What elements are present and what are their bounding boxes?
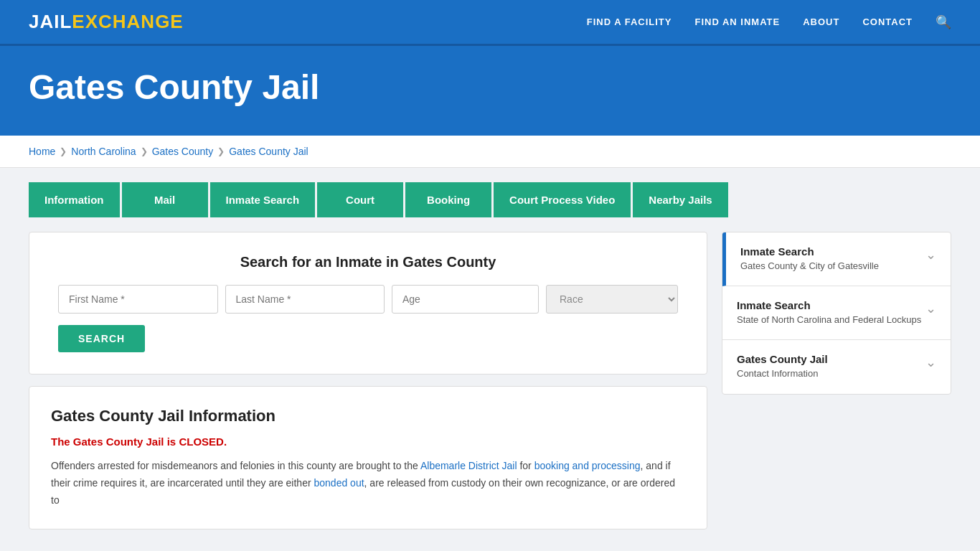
tab-court[interactable]: Court	[317, 182, 403, 217]
closed-notice: The Gates County Jail is CLOSED.	[51, 435, 685, 448]
sidebar-item-texts-1: Inmate Search Gates County & City of Gat…	[740, 245, 879, 273]
search-button[interactable]: SEARCH	[58, 325, 145, 352]
tab-court-process-video[interactable]: Court Process Video	[494, 182, 631, 217]
albemarle-link[interactable]: Albemarle District Jail	[420, 460, 517, 471]
right-sidebar: Inmate Search Gates County & City of Gat…	[722, 232, 951, 529]
sidebar-item-inmate-search-state[interactable]: Inmate Search State of North Carolina an…	[722, 286, 951, 340]
age-input[interactable]	[392, 285, 539, 314]
sidebar-item-sub-1: Gates County & City of Gatesville	[740, 260, 879, 273]
info-body-text: Offenders arrested for misdemeanors and …	[51, 458, 685, 509]
sidebar-item-contact-info[interactable]: Gates County Jail Contact Information ⌄	[722, 340, 951, 393]
tab-information[interactable]: Information	[29, 182, 120, 217]
breadcrumb-sep-1: ❯	[60, 146, 67, 156]
tab-nearby-jails[interactable]: Nearby Jails	[633, 182, 727, 217]
site-logo[interactable]: JAILEXCHANGE	[29, 11, 184, 33]
sidebar-item-inmate-search-local[interactable]: Inmate Search Gates County & City of Gat…	[722, 232, 951, 286]
sidebar-item-texts-3: Gates County Jail Contact Information	[737, 353, 828, 380]
breadcrumb-county[interactable]: Gates County	[152, 146, 214, 157]
tab-booking[interactable]: Booking	[405, 182, 491, 217]
breadcrumb-sep-2: ❯	[141, 146, 148, 156]
tab-list: Information Mail Inmate Search Court Boo…	[29, 182, 951, 217]
jail-info-panel: Gates County Jail Information The Gates …	[29, 386, 707, 529]
inmate-search-panel: Search for an Inmate in Gates County Rac…	[29, 232, 707, 375]
breadcrumb-bar: Home ❯ North Carolina ❯ Gates County ❯ G…	[0, 136, 980, 168]
nav-contact[interactable]: CONTACT	[862, 17, 913, 27]
bonded-out-link[interactable]: bonded out	[314, 477, 364, 489]
site-header: JAILEXCHANGE FIND A FACILITY FIND AN INM…	[0, 0, 980, 46]
nav-find-inmate[interactable]: FIND AN INMATE	[694, 17, 780, 27]
info-panel-title: Gates County Jail Information	[51, 407, 685, 425]
hero-banner: Gates County Jail	[0, 46, 980, 136]
sidebar-item-sub-3: Contact Information	[737, 367, 828, 380]
tab-inmate-search[interactable]: Inmate Search	[210, 182, 316, 217]
sidebar-item-title-1: Inmate Search	[740, 245, 879, 258]
tab-mail[interactable]: Mail	[122, 182, 208, 217]
logo-jail: JAIL	[29, 11, 72, 32]
last-name-input[interactable]	[225, 285, 385, 314]
tabs-bar: Information Mail Inmate Search Court Boo…	[0, 168, 980, 217]
main-content: Search for an Inmate in Gates County Rac…	[0, 217, 980, 544]
search-fields-row: Race White Black Hispanic Asian Other	[58, 285, 678, 314]
breadcrumb-home[interactable]: Home	[29, 146, 55, 157]
breadcrumb-state[interactable]: North Carolina	[71, 146, 136, 157]
search-panel-title: Search for an Inmate in Gates County	[58, 254, 678, 270]
chevron-down-icon-2: ⌄	[925, 301, 936, 316]
sidebar-card: Inmate Search Gates County & City of Gat…	[722, 232, 951, 395]
breadcrumb-jail[interactable]: Gates County Jail	[229, 146, 308, 157]
nav-find-facility[interactable]: FIND A FACILITY	[587, 17, 672, 27]
sidebar-item-sub-2: State of North Carolina and Federal Lock…	[737, 314, 921, 326]
left-column: Search for an Inmate in Gates County Rac…	[29, 232, 707, 529]
sidebar-item-texts-2: Inmate Search State of North Carolina an…	[737, 299, 921, 326]
first-name-input[interactable]	[58, 285, 218, 314]
sidebar-item-title-3: Gates County Jail	[737, 353, 828, 365]
main-nav: FIND A FACILITY FIND AN INMATE ABOUT CON…	[587, 14, 951, 30]
chevron-down-icon-1: ⌄	[925, 247, 936, 263]
sidebar-item-title-2: Inmate Search	[737, 299, 921, 311]
search-icon[interactable]: 🔍	[936, 14, 951, 30]
breadcrumb-sep-3: ❯	[217, 146, 225, 156]
breadcrumb: Home ❯ North Carolina ❯ Gates County ❯ G…	[29, 146, 951, 157]
booking-link[interactable]: booking and processing	[534, 460, 641, 471]
chevron-down-icon-3: ⌄	[925, 354, 936, 370]
nav-about[interactable]: ABOUT	[803, 17, 839, 27]
race-select[interactable]: Race White Black Hispanic Asian Other	[546, 285, 678, 314]
page-title: Gates County Jail	[29, 67, 951, 107]
logo-exchange: EXCHANGE	[72, 11, 183, 32]
